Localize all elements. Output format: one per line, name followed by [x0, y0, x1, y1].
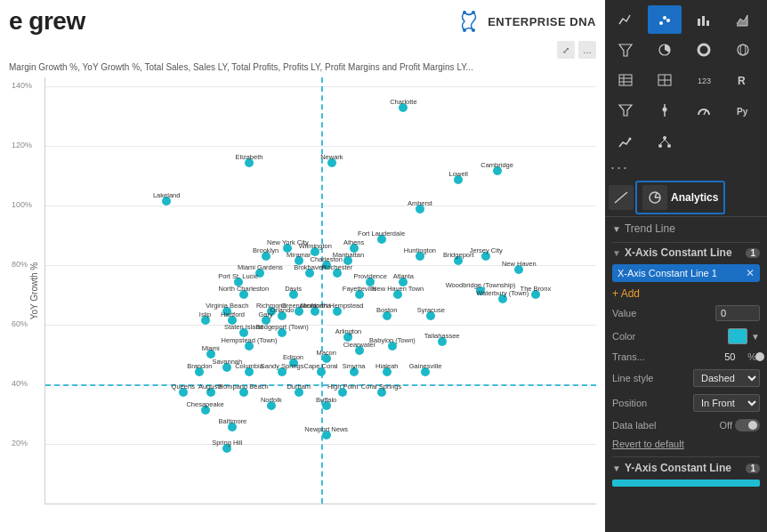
dot-charlotte[interactable]	[399, 103, 408, 112]
dot-islip[interactable]	[201, 316, 210, 325]
r-icon[interactable]: R	[726, 66, 760, 94]
dot-alexandria[interactable]	[311, 307, 319, 316]
dot-elizabeth[interactable]	[245, 158, 254, 167]
more-dots[interactable]: ···	[605, 158, 767, 179]
dot-staten-island[interactable]	[239, 328, 248, 337]
dot-coral-springs[interactable]	[377, 388, 386, 397]
dot-smyrna[interactable]	[350, 367, 359, 376]
expand-icon[interactable]: ⤢	[557, 41, 575, 59]
dot-newyork[interactable]	[283, 244, 292, 253]
dot-hempstead-town[interactable]	[245, 342, 254, 351]
dot-davis[interactable]	[289, 290, 298, 299]
dot-edison[interactable]	[289, 359, 298, 367]
pie-icon[interactable]	[648, 36, 682, 64]
dot-high-point[interactable]	[338, 388, 347, 397]
dot-rochester[interactable]	[333, 269, 342, 278]
dot-waterbury[interactable]	[498, 294, 507, 303]
dot-lowell[interactable]	[454, 175, 463, 184]
dot-providence[interactable]	[366, 278, 375, 286]
analytics-tab[interactable]: Analytics	[635, 181, 725, 214]
gauge-icon[interactable]	[687, 96, 721, 125]
dot-tallahassee[interactable]	[438, 337, 447, 346]
dot-fayetteville[interactable]	[355, 290, 364, 299]
color-dropdown-arrow[interactable]: ▼	[751, 332, 760, 342]
dot-brokhaven[interactable]	[305, 269, 314, 278]
dot-sandy-springs[interactable]	[278, 367, 287, 376]
dot-arlington[interactable]	[343, 333, 352, 342]
dot-baltimore[interactable]	[228, 423, 237, 431]
dot-manhattan[interactable]	[343, 256, 352, 265]
dot-orlando[interactable]	[278, 311, 287, 320]
dot-greensboro[interactable]	[295, 307, 303, 316]
revert-button[interactable]: Revert to default	[612, 435, 760, 453]
dot-woodbridge[interactable]	[476, 286, 485, 295]
dot-miami-gardens[interactable]	[255, 269, 264, 278]
filter-icon[interactable]	[609, 96, 642, 125]
trendline-row[interactable]: ▼ Trend Line	[605, 219, 767, 238]
area-chart-icon[interactable]	[726, 5, 760, 34]
color-swatch[interactable]	[728, 328, 747, 344]
dot-babylon-town[interactable]	[388, 342, 397, 351]
dot-hialeah[interactable]	[383, 367, 392, 376]
dot-norfolk[interactable]	[267, 401, 276, 410]
dot-clearwater[interactable]	[355, 346, 364, 355]
dot-virginia-beach[interactable]	[222, 307, 231, 316]
dot-miramar[interactable]	[295, 256, 303, 265]
dot-lakeland[interactable]	[162, 197, 171, 206]
dot-port-st-lucie[interactable]	[234, 278, 243, 286]
dot-pompano[interactable]	[239, 388, 248, 397]
line-chart-icon[interactable]	[609, 5, 642, 34]
dot-athens[interactable]	[350, 244, 359, 253]
dot-spring-hill[interactable]	[222, 444, 231, 453]
dot-north-hempstead[interactable]	[333, 307, 342, 316]
dot-huntington[interactable]	[416, 252, 424, 261]
dot-syracuse[interactable]	[426, 311, 435, 320]
dot-miami[interactable]	[206, 350, 215, 359]
dot-new-haven-town[interactable]	[393, 290, 402, 299]
dot-new-haven[interactable]	[514, 265, 523, 274]
dot-macon[interactable]	[322, 354, 331, 363]
dot-queens[interactable]	[179, 388, 188, 397]
dot-cape-coral[interactable]	[317, 367, 326, 376]
bar-chart-icon[interactable]	[687, 5, 721, 34]
dot-fort-lauderdale[interactable]	[377, 235, 386, 244]
dot-bridgeport[interactable]	[454, 256, 463, 265]
table-icon[interactable]	[609, 66, 642, 94]
card-icon[interactable]: 123	[687, 66, 721, 94]
dot-chesapeake[interactable]	[201, 406, 210, 415]
add-row[interactable]: + Add	[612, 286, 760, 302]
python-icon[interactable]: Py	[726, 96, 760, 125]
dot-amherst[interactable]	[416, 205, 424, 214]
dot-durham[interactable]	[295, 388, 303, 397]
dot-brooklyn[interactable]	[262, 252, 270, 261]
data-label-toggle[interactable]: Off	[720, 419, 760, 431]
y-axis-section-header[interactable]: ▼ Y-Axis Constant Line 1	[612, 456, 760, 476]
dot-atlanta[interactable]	[399, 278, 408, 286]
x-axis-close-button[interactable]: ✕	[746, 267, 755, 279]
dot-boston[interactable]	[383, 311, 392, 320]
value-input[interactable]	[715, 305, 760, 321]
kpi-icon[interactable]	[609, 128, 642, 157]
dot-buffalo[interactable]	[322, 401, 331, 410]
dot-savannah[interactable]	[222, 363, 231, 372]
position-select[interactable]: In Front Behind	[693, 394, 760, 412]
line-style-select[interactable]: Dashed Solid Dotted	[693, 369, 760, 387]
more-icon[interactable]: …	[578, 41, 596, 59]
slicer-icon[interactable]	[648, 96, 682, 125]
decomp-icon[interactable]	[648, 128, 682, 157]
dot-charleston[interactable]	[322, 261, 331, 270]
funnel-icon[interactable]	[609, 36, 642, 64]
dot-wilmington[interactable]	[311, 247, 319, 256]
dot-bridgeport-town[interactable]	[278, 328, 287, 337]
ring-icon[interactable]	[687, 36, 721, 64]
dot-jersey-city[interactable]	[481, 252, 490, 261]
dot-brandon[interactable]	[195, 367, 204, 376]
x-axis-section-header[interactable]: ▼ X-Axis Constant Line 1	[612, 242, 760, 261]
data-label-pill[interactable]	[735, 419, 760, 431]
dot-newport-news[interactable]	[322, 431, 331, 439]
trend-line-tab-icon[interactable]	[609, 185, 634, 210]
dot-bronx[interactable]	[531, 290, 540, 299]
scatter-chart-icon[interactable]	[648, 5, 682, 34]
dot-newark[interactable]	[327, 158, 336, 167]
dot-richmond[interactable]	[267, 307, 276, 316]
